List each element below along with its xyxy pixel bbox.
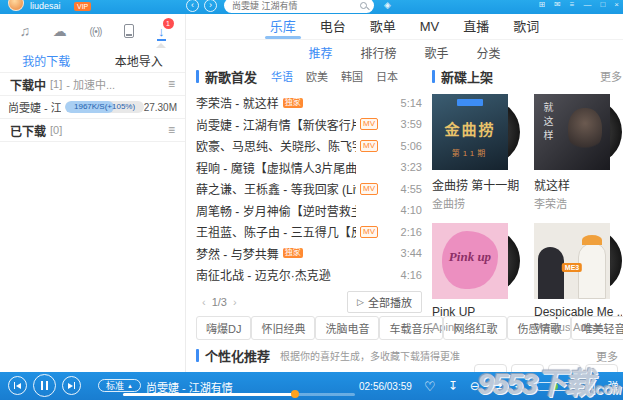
nav-radio[interactable]: 电台 [320, 14, 346, 40]
song-row[interactable]: 周笔畅 - 岁月神偷【逆时营救主题曲】4:10 [196, 200, 422, 222]
album-artist[interactable]: 金曲捞 [432, 195, 520, 211]
volume-icon[interactable]: ◀) [515, 381, 523, 391]
song-row[interactable]: 尚雯婕 - 江湖有情【新侠客行片尾...MV3:59 [196, 114, 422, 136]
downloaded-menu-icon[interactable]: ≡ [168, 123, 175, 137]
tab-western[interactable]: 欧美 [306, 68, 328, 84]
device-icon[interactable] [124, 24, 134, 38]
volume-slider[interactable] [535, 382, 573, 391]
minimize-button[interactable]: — [583, 0, 591, 9]
category-button[interactable]: 车载音乐 [379, 316, 443, 340]
subnav-charts[interactable]: 排行榜 [360, 44, 396, 61]
category-button[interactable]: 伤感情歌 [507, 316, 571, 340]
maximize-button[interactable]: □ [600, 0, 605, 9]
download-song-icon[interactable]: ↧ [448, 379, 458, 393]
downloading-section-header[interactable]: 下载中 [1] - 加速中... ≡ [0, 73, 185, 96]
apps-icon[interactable]: ⊞ [538, 0, 545, 9]
cloud-icon[interactable]: ☁ [53, 23, 67, 39]
download-manager-icon[interactable]: ↓ 1 [157, 23, 166, 39]
song-row[interactable]: 欧豪、马思纯、关晓彤、陈飞宇、...MV5:06 [196, 135, 422, 157]
identify-music-icon[interactable]: ◈ [384, 0, 391, 10]
nav-lyrics[interactable]: 歌词 [513, 14, 539, 40]
more-albums-link[interactable]: 更多 [600, 68, 622, 84]
song-row[interactable]: 薛之谦、王栎鑫 - 等我回家 (Live)MV4:55 [196, 178, 422, 200]
danmu-toggle[interactable]: 弹 [608, 378, 619, 394]
category-button[interactable]: 唯美轻音乐 [571, 316, 623, 340]
tab-japanese[interactable]: 日本 [376, 68, 398, 84]
player-progress-fill [123, 393, 295, 396]
exclusive-badge: 独家 [283, 98, 303, 108]
titlebar: liudesai VIP ‹ › ◈ ⊞ ✉ ≡ — □ × [0, 0, 623, 14]
mv-badge: MV [360, 140, 378, 152]
quality-selector[interactable]: 标准 ▲ [98, 379, 141, 392]
subnav-artists[interactable]: 歌手 [425, 44, 449, 61]
card-sliver[interactable] [548, 364, 581, 372]
album-cover[interactable]: 金曲捞第11期 [432, 94, 508, 170]
category-button[interactable]: 怀旧经典 [251, 316, 315, 340]
back-button[interactable]: ‹ [186, 0, 199, 12]
album-cover[interactable]: 就这样 [534, 94, 610, 170]
tab-chinese[interactable]: 华语 [271, 68, 293, 84]
song-row[interactable]: 程响 - 魔镜【虚拟情人3片尾曲】3:23 [196, 157, 422, 179]
tab-korean[interactable]: 韩国 [341, 68, 363, 84]
downloaded-section-header[interactable]: 已下载 [0] ≡ [0, 119, 185, 142]
nav-playlist[interactable]: 歌单 [370, 14, 396, 40]
mail-icon[interactable]: ✉ [554, 0, 561, 9]
menu-icon[interactable]: ≡ [570, 0, 575, 9]
song-row[interactable]: 南征北战 - 迈克尔·杰克逊4:16 [196, 264, 422, 286]
more-personalized-link[interactable]: 更多 [596, 348, 618, 364]
album-artist[interactable]: 李荣浩 [534, 195, 622, 211]
category-button[interactable]: 网络红歌 [443, 316, 507, 340]
card-sliver[interactable] [585, 364, 618, 372]
seek-bar[interactable] [123, 393, 355, 396]
personalized-card-row [474, 364, 622, 372]
new-albums-header: 新碟上架 更多 [432, 66, 622, 86]
song-row[interactable]: 梦然 - 与梦共舞独家3:44 [196, 243, 422, 265]
album-title[interactable]: 就这样 [534, 176, 622, 193]
album-card[interactable]: 就这样 就这样 李荣浩 [534, 94, 622, 211]
search-input[interactable] [224, 0, 374, 13]
music-icon[interactable]: ♫ [19, 23, 30, 39]
remove-icon[interactable]: ⊖ [470, 379, 480, 393]
previous-track-button[interactable] [8, 376, 27, 395]
nav-library[interactable]: 乐库 [270, 14, 296, 40]
pager-prev-icon[interactable]: ‹ [196, 296, 212, 308]
subnav-categories[interactable]: 分类 [477, 44, 501, 61]
album-title[interactable]: 金曲捞 第十一期 [432, 176, 520, 193]
new-songs-section: 新歌首发 华语 欧美 韩国 日本 李荣浩 - 就这样独家5:14 尚雯婕 - 江… [196, 66, 422, 313]
radio-icon[interactable]: ((•)) [90, 26, 102, 37]
main-nav: 乐库 电台 歌单 MV 直播 歌词 [186, 14, 623, 40]
next-track-button[interactable] [62, 376, 81, 395]
personalized-title: 个性化推荐 [205, 346, 270, 365]
close-button[interactable]: × [614, 0, 619, 9]
nav-live[interactable]: 直播 [463, 14, 489, 40]
subnav-recommend[interactable]: 推荐 [308, 44, 332, 61]
lyrics-toggle[interactable]: 词 [585, 378, 596, 394]
play-all-button[interactable]: ▷ 全部播放 [347, 291, 422, 313]
favorite-icon[interactable]: ♡ [424, 379, 436, 394]
volume-knob[interactable] [551, 383, 558, 390]
sidebar-icon-row: ♫ ☁ ((•)) ↓ 1 [0, 14, 185, 48]
category-button[interactable]: 洗脑电音 [315, 316, 379, 340]
pause-icon [41, 381, 48, 390]
pause-button[interactable] [33, 374, 56, 397]
song-row[interactable]: 王祖蓝、陈子由 - 三五得几【反转...MV2:16 [196, 221, 422, 243]
download-item-row[interactable]: 尚雯婕 - 江... 1967K/S(+105%) 27.30M [0, 96, 185, 119]
forward-button[interactable]: › [204, 0, 217, 12]
pager-next-icon[interactable]: › [227, 296, 243, 308]
card-sliver[interactable] [474, 364, 507, 372]
exclusive-badge: 独家 [283, 248, 303, 258]
album-cover[interactable]: Pink up [432, 223, 508, 299]
downloading-menu-icon[interactable]: ≡ [168, 77, 175, 91]
nav-mv[interactable]: MV [420, 14, 440, 40]
card-sliver[interactable] [511, 364, 544, 372]
album-cover[interactable]: ME3 [534, 223, 610, 299]
avatar[interactable] [8, 0, 24, 11]
tab-my-download[interactable]: 我的下载 [0, 52, 93, 69]
song-row[interactable]: 李荣浩 - 就这样独家5:14 [196, 92, 422, 114]
seek-knob[interactable] [291, 390, 299, 398]
repeat-mode-icon[interactable]: ⇄ [492, 379, 503, 394]
search-icon[interactable] [360, 2, 367, 9]
tab-local-import[interactable]: 本地导入 [93, 52, 186, 69]
category-button[interactable]: 嗨爆DJ [196, 316, 251, 340]
album-card[interactable]: 金曲捞第11期 金曲捞 第十一期 金曲捞 [432, 94, 520, 211]
